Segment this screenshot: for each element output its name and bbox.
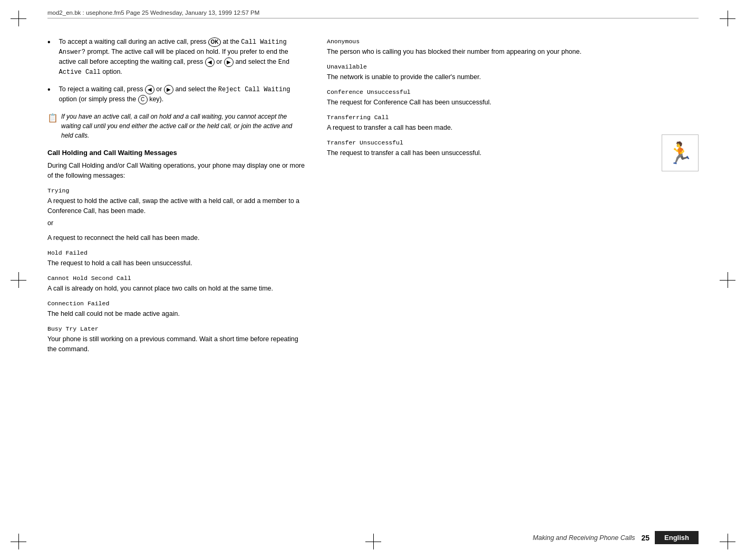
crosshair-bottom-left [11,534,26,549]
msg-desc-trying: A request to hold the active call, swap … [47,196,306,216]
reject-call-label: Reject Call Waiting [218,86,290,93]
footer-italic-text: Making and Receiving Phone Calls [533,534,635,542]
msg-desc-cannot-hold: A call is already on hold, you cannot pl… [47,284,306,294]
crosshair-top-right [720,11,735,26]
page-number: 25 [641,534,650,542]
msg-desc-unavailable: The network is unable to provide the cal… [327,72,699,82]
note-block: 📋 If you have an active call, a call on … [47,112,306,140]
msg-label-transfer-unsuccessful: Transfer Unsuccessful [327,138,699,147]
arrow-right-icon2: ▶ [164,85,173,94]
crosshair-mid-left [11,272,26,288]
msg-label-transferring: Transferring Call [327,113,699,122]
msg-desc-busy: Your phone is still working on a previou… [47,334,306,354]
running-figure-icon: 🏃 [662,134,699,171]
msg-label-busy: Busy Try Later [47,324,306,333]
list-item: To reject a waiting call, press ◀ or ▶ a… [47,84,306,104]
msg-label-trying: Trying [47,186,306,195]
msg-label-conn-failed: Connection Failed [47,299,306,308]
page-footer: Making and Receiving Phone Calls 25 Engl… [533,531,699,544]
arrow-left-icon2: ◀ [145,85,154,94]
crosshair-bottom-center [365,534,381,549]
ok-button-icon: OK [208,37,221,47]
msg-label-hold-failed: Hold Failed [47,248,306,257]
language-badge: English [655,531,699,544]
crosshair-bottom-right [720,534,735,549]
msg-desc-anonymous: The person who is calling you has blocke… [327,47,699,57]
msg-desc-conn-failed: The held call could not be made active a… [47,309,306,319]
call-waiting-answer-label: Call Waiting Answer? [59,38,287,56]
arrow-right-icon: ▶ [224,57,234,67]
section-intro: During Call Holding and/or Call Waiting … [47,161,306,181]
msg-label-conf-unsuccessful: Conference Unsuccessful [327,88,699,96]
bullet-list: To accept a waiting call during an activ… [47,37,306,104]
msg-label-cannot-hold: Cannot Hold Second Call [47,274,306,283]
header-text: mod2_en.bk : usephone.fm5 Page 25 Wednes… [47,9,259,16]
page-header: mod2_en.bk : usephone.fm5 Page 25 Wednes… [47,9,699,18]
section-heading: Call Holding and Call Waiting Messages [47,148,306,158]
arrow-left-icon: ◀ [205,57,215,67]
note-icon: 📋 [47,112,58,140]
msg-or: or [47,218,306,228]
msg-desc-hold-failed: The request to hold a call has been unsu… [47,258,306,268]
msg-label-unavailable: Unavailable [327,62,699,71]
msg-desc-transfer-unsuccessful: The request to transfer a call has been … [327,148,699,158]
msg-reconnect: A request to reconnect the held call has… [47,233,306,243]
crosshair-mid-right [720,272,735,288]
note-text: If you have an active call, a call on ho… [61,112,306,140]
bullet2-content: To reject a waiting call, press ◀ or ▶ a… [59,84,306,104]
right-messages-list: Anonymous The person who is calling you … [327,37,699,158]
crosshair-top-left [11,11,26,26]
messages-list: Trying A request to hold the active call… [47,186,306,354]
bullet1-content: To accept a waiting call during an activ… [59,37,306,77]
msg-desc-conf-unsuccessful: The request for Conference Call has been… [327,98,699,108]
left-column: To accept a waiting call during an activ… [47,37,306,518]
right-column: 🏃 Anonymous The person who is calling yo… [327,37,699,518]
end-active-call-label: End Active Call [59,59,290,76]
c-button-icon: C [138,95,148,104]
list-item: To accept a waiting call during an activ… [47,37,306,77]
msg-label-anonymous: Anonymous [327,37,699,46]
msg-desc-transferring: A request to transfer a call has been ma… [327,123,699,133]
main-content: To accept a waiting call during an activ… [47,37,699,518]
